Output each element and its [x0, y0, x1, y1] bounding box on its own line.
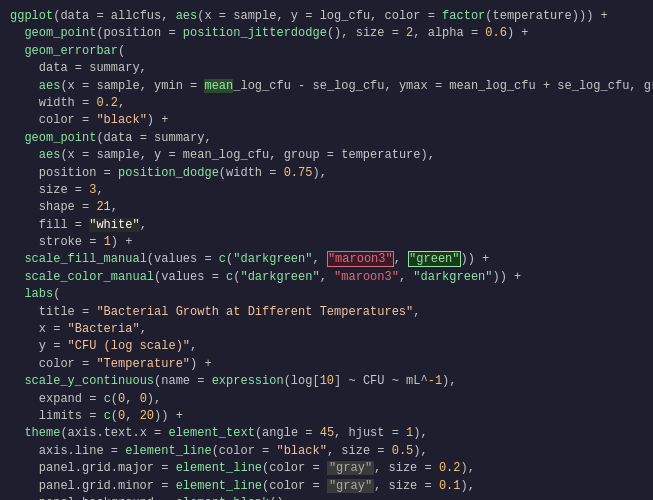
code-line-11: size = 3, — [10, 182, 643, 199]
code-line-9: aes(x = sample, y = mean_log_cfu, group … — [10, 147, 643, 164]
code-line-27: panel.grid.major = element_line(color = … — [10, 460, 643, 477]
code-line-14: stroke = 1) + — [10, 234, 643, 251]
code-line-2: geom_point(position = position_jitterdod… — [10, 25, 643, 42]
code-line-23: expand = c(0, 0), — [10, 391, 643, 408]
code-line-5: aes(x = sample, ymin = mean_log_cfu - se… — [10, 78, 643, 95]
code-line-17: labs( — [10, 286, 643, 303]
code-line-26: axis.line = element_line(color = "black"… — [10, 443, 643, 460]
code-editor: ggplot(data = allcfus, aes(x = sample, y… — [0, 0, 653, 500]
code-line-12: shape = 21, — [10, 199, 643, 216]
code-line-7: color = "black") + — [10, 112, 643, 129]
code-line-1: ggplot(data = allcfus, aes(x = sample, y… — [10, 8, 643, 25]
code-line-15: scale_fill_manual(values = c("darkgreen"… — [10, 251, 643, 268]
code-line-13: fill = "white", — [10, 217, 643, 234]
code-line-29: panel.background = element_blank(), — [10, 495, 643, 500]
code-line-22: scale_y_continuous(name = expression(log… — [10, 373, 643, 390]
code-line-16: scale_color_manual(values = c("darkgreen… — [10, 269, 643, 286]
code-line-3: geom_errorbar( — [10, 43, 643, 60]
code-line-25: theme(axis.text.x = element_text(angle =… — [10, 425, 643, 442]
code-line-18: title = "Bacterial Growth at Different T… — [10, 304, 643, 321]
code-line-4: data = summary, — [10, 60, 643, 77]
code-line-10: position = position_dodge(width = 0.75), — [10, 165, 643, 182]
code-line-6: width = 0.2, — [10, 95, 643, 112]
code-line-8: geom_point(data = summary, — [10, 130, 643, 147]
code-line-19: x = "Bacteria", — [10, 321, 643, 338]
code-line-21: color = "Temperature") + — [10, 356, 643, 373]
code-line-24: limits = c(0, 20)) + — [10, 408, 643, 425]
code-line-28: panel.grid.minor = element_line(color = … — [10, 478, 643, 495]
code-line-20: y = "CFU (log scale)", — [10, 338, 643, 355]
